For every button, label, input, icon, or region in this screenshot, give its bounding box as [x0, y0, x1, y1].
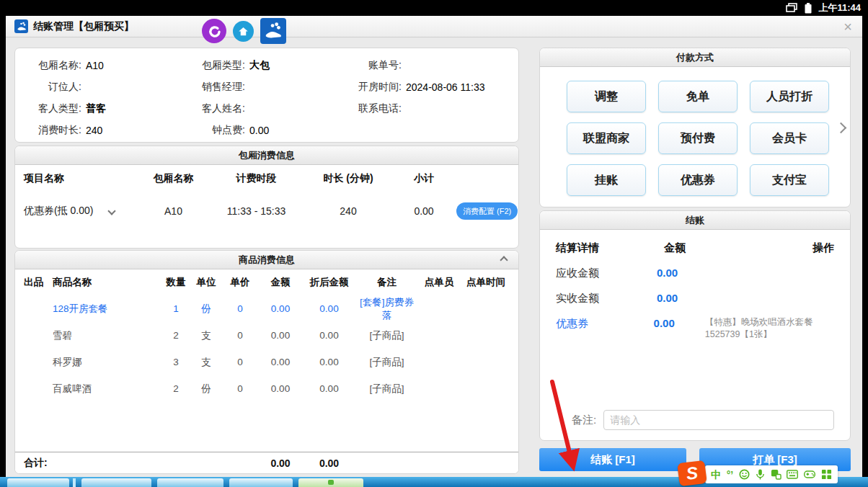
room-info-card: 包厢名称:A10 包厢类型:大包 账单号: 订位人: 销售经理: 开房时间:20…: [14, 48, 519, 143]
checkout-row-receivable: 应收金额 0.00: [540, 267, 850, 280]
taskbar-app-icon: [328, 480, 334, 485]
room-info-grid: 包厢名称:A10 包厢类型:大包 账单号: 订位人: 销售经理: 开房时间:20…: [24, 55, 510, 141]
room-consumption-title: 包厢消费信息: [15, 146, 518, 165]
total-amount: 0.00: [259, 457, 302, 469]
android-status-bar: 上午11:44: [0, 0, 868, 16]
payment-button-alliance[interactable]: 联盟商家: [567, 122, 646, 154]
product-name: 128开房套餐: [53, 303, 161, 316]
close-icon[interactable]: ×: [843, 19, 852, 35]
field-bill-no: 账单号:: [341, 55, 528, 76]
field-empty: [341, 120, 528, 141]
product-consumption-card: 商品消费信息 出品 商品名称 数量 单位 单价 金额 折后金额 备注 点单员 点…: [14, 250, 519, 474]
col-unit: 单位: [191, 276, 221, 289]
field-guest-type: 客人类型:普客: [24, 98, 186, 120]
total-label: 合计:: [24, 457, 161, 470]
payment-button-prepaid[interactable]: 预付费: [658, 122, 738, 154]
col-qty: 数量: [161, 276, 191, 289]
payment-button-alipay[interactable]: 支付宝: [750, 164, 829, 196]
product-row[interactable]: 科罗娜 3 支 0 0.00 0.00 [子商品]: [15, 349, 518, 375]
room-consumption-card: 包厢消费信息 项目名称 包厢名称 计费时段 时长 (分钟) 小计 优惠券(抵 0…: [14, 146, 519, 249]
product-consumption-titlebar: 商品消费信息: [15, 251, 518, 269]
field-booker: 订位人:: [24, 76, 186, 98]
cell-period: 11:33 - 15:33: [208, 205, 305, 217]
payment-button-member-card[interactable]: 会员卡: [750, 122, 829, 154]
settle-button[interactable]: 结账 [F1]: [539, 448, 686, 471]
apps-icon[interactable]: [821, 469, 832, 480]
taskbar-button-active[interactable]: [298, 478, 363, 487]
payment-button-free[interactable]: 免单: [658, 81, 738, 112]
multi-window-icon: [786, 3, 798, 13]
col-subtotal: 小计: [391, 172, 456, 185]
payment-methods-title: 付款方式: [540, 48, 850, 67]
titlebar-shortcuts: [202, 18, 286, 44]
coupon-note: 【特惠】晚场欢唱酒水套餐1525739【1张】: [705, 316, 834, 341]
col-product-name: 商品名称: [53, 276, 161, 289]
keyboard-icon[interactable]: [787, 470, 798, 479]
app-icon: [14, 19, 28, 33]
chevron-down-icon[interactable]: [108, 207, 116, 215]
battery-icon: [805, 3, 812, 14]
remark-label: 备注:: [572, 414, 596, 427]
payment-button-credit[interactable]: 挂账: [567, 164, 646, 196]
cashier-icon[interactable]: [260, 18, 286, 44]
checkout-title: 结账: [540, 211, 850, 230]
checkout-card: 结账 结算详情 金额 操作 应收金额 0.00 实收金额 0.00 优惠券 0.…: [539, 210, 851, 441]
field-open-time: 开房时间:2024-08-06 11:33: [341, 76, 528, 98]
product-name: 雪碧: [53, 329, 161, 342]
payment-buttons-grid: 调整 免单 人员打折 联盟商家 预付费 会员卡 挂账 优惠券 支付宝: [540, 67, 850, 196]
game-icon[interactable]: [804, 470, 815, 479]
col-item-name: 项目名称: [24, 172, 139, 185]
checkout-row-received: 实收金额 0.00: [540, 292, 850, 305]
screen: { "status_bar": { "time": "上午11:44" }, "…: [0, 0, 868, 487]
field-room-type: 包厢类型:大包: [186, 55, 341, 76]
product-row[interactable]: 雪碧 2 支 0 0.00 0.00 [子商品]: [15, 322, 518, 349]
col-staff: 点单员: [417, 276, 461, 289]
phrases-icon[interactable]: [771, 469, 781, 480]
cell-room: A10: [139, 205, 208, 217]
field-guest-name: 客人姓名:: [186, 98, 341, 120]
sogou-logo-icon[interactable]: S: [677, 460, 707, 486]
col-remark: 备注: [356, 276, 417, 289]
col-amount: 金额: [664, 241, 686, 255]
col-order-time: 点单时间: [461, 276, 511, 289]
taskbar-button[interactable]: [81, 478, 151, 487]
product-name: 百威啤酒: [53, 383, 161, 396]
taskbar-button[interactable]: [157, 478, 223, 487]
consume-config-button[interactable]: 消费配置 (F2): [456, 202, 518, 220]
chinese-mode-icon[interactable]: 中: [711, 470, 721, 480]
col-room-name: 包厢名称: [139, 172, 208, 185]
col-duration: 时长 (分钟): [305, 172, 391, 185]
window-title: 结账管理【包厢预买】: [33, 20, 134, 33]
col-amount: 金额: [259, 276, 302, 289]
window-titlebar: 结账管理【包厢预买】 ×: [6, 16, 862, 37]
room-consumption-row[interactable]: 优惠券(抵 0.00) A10 11:33 - 15:33 240 0.00 消…: [15, 192, 518, 230]
product-consumption-title: 商品消费信息: [239, 254, 295, 265]
payment-methods-card: 付款方式 调整 免单 人员打折 联盟商家 预付费 会员卡 挂账 优惠券 支付宝: [539, 48, 851, 207]
emoji-icon[interactable]: [739, 469, 750, 480]
punctuation-icon[interactable]: °’: [727, 470, 734, 480]
remark-input[interactable]: [603, 410, 834, 430]
back-icon[interactable]: [202, 19, 226, 43]
field-hourly-fee: 钟点费:0.00: [186, 120, 341, 141]
taskbar-divider: [73, 478, 76, 487]
coupon-item-label: 优惠券(抵 0.00): [24, 205, 93, 218]
col-price: 单价: [221, 276, 259, 289]
taskbar-button[interactable]: [7, 478, 69, 487]
ime-toolbar: 中 °’: [705, 465, 838, 483]
product-total-row: 合计: 0.00 0.00: [15, 452, 518, 473]
payment-button-staff-discount[interactable]: 人员打折: [750, 81, 829, 112]
product-row[interactable]: 百威啤酒 2 份 0 0.00 0.00 [子商品]: [15, 375, 518, 402]
product-row[interactable]: 128开房套餐 1 份 0 0.00 0.00 [套餐]房费券落: [15, 295, 518, 322]
remark-row: 备注:: [540, 410, 850, 440]
taskbar-button[interactable]: [229, 478, 293, 487]
col-billing-period: 计费时段: [208, 172, 305, 185]
cell-duration: 240: [305, 205, 391, 217]
home-icon[interactable]: [233, 21, 254, 42]
mic-icon[interactable]: [756, 469, 765, 480]
col-settle-detail: 结算详情: [556, 241, 599, 255]
collapse-icon[interactable]: [500, 256, 508, 264]
payment-button-coupon[interactable]: 优惠券: [658, 164, 738, 196]
payment-button-adjust[interactable]: 调整: [567, 81, 646, 112]
room-consumption-header: 项目名称 包厢名称 计费时段 时长 (分钟) 小计: [15, 165, 518, 192]
checkout-row-coupon: 优惠券 0.00 【特惠】晚场欢唱酒水套餐1525739【1张】: [540, 317, 850, 341]
